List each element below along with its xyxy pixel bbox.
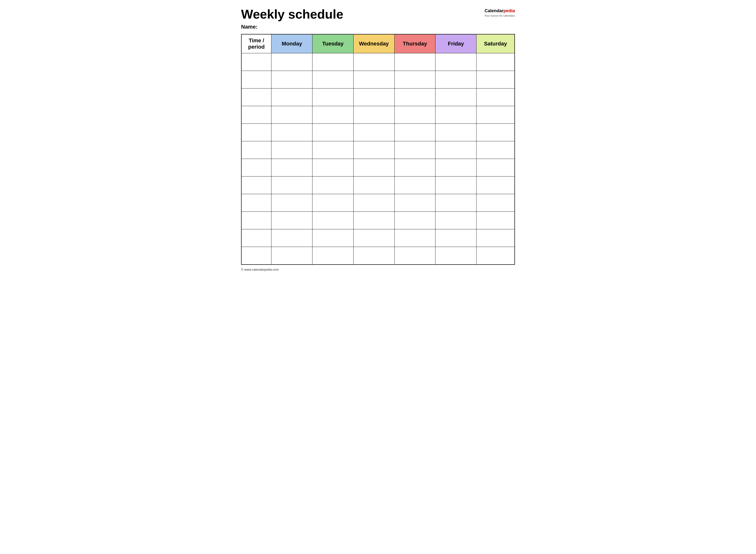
table-cell[interactable]: [271, 106, 313, 124]
table-cell[interactable]: [435, 124, 477, 141]
table-cell[interactable]: [353, 194, 394, 212]
table-row: [241, 141, 515, 159]
table-cell[interactable]: [435, 176, 477, 194]
page-title: Weekly schedule: [241, 7, 484, 21]
table-cell[interactable]: [271, 89, 313, 106]
table-cell[interactable]: [353, 229, 394, 247]
table-cell[interactable]: [476, 176, 515, 194]
table-cell[interactable]: [476, 247, 515, 265]
table-cell[interactable]: [476, 89, 515, 106]
table-cell[interactable]: [271, 124, 313, 141]
table-cell[interactable]: [394, 124, 435, 141]
table-cell[interactable]: [241, 229, 271, 247]
table-cell[interactable]: [435, 159, 477, 176]
table-cell[interactable]: [353, 89, 394, 106]
table-cell[interactable]: [435, 106, 477, 124]
table-cell[interactable]: [353, 106, 394, 124]
table-cell[interactable]: [241, 124, 271, 141]
table-cell[interactable]: [394, 176, 435, 194]
col-header-thursday: Thursday: [394, 34, 435, 53]
table-cell[interactable]: [271, 212, 313, 229]
table-cell[interactable]: [241, 176, 271, 194]
table-cell[interactable]: [271, 71, 313, 89]
table-row: [241, 124, 515, 141]
table-cell[interactable]: [313, 89, 354, 106]
table-cell[interactable]: [241, 141, 271, 159]
table-cell[interactable]: [271, 141, 313, 159]
table-cell[interactable]: [435, 194, 477, 212]
table-cell[interactable]: [476, 194, 515, 212]
table-cell[interactable]: [313, 176, 354, 194]
table-cell[interactable]: [476, 212, 515, 229]
table-cell[interactable]: [394, 194, 435, 212]
table-cell[interactable]: [394, 89, 435, 106]
table-cell[interactable]: [313, 71, 354, 89]
table-cell[interactable]: [313, 53, 354, 71]
table-cell[interactable]: [241, 159, 271, 176]
table-cell[interactable]: [271, 247, 313, 265]
table-cell[interactable]: [313, 106, 354, 124]
table-cell[interactable]: [313, 229, 354, 247]
table-row: [241, 194, 515, 212]
table-cell[interactable]: [313, 159, 354, 176]
col-header-tuesday: Tuesday: [313, 34, 354, 53]
table-cell[interactable]: [313, 141, 354, 159]
table-cell[interactable]: [271, 159, 313, 176]
footer: © www.calendarpedia.com: [241, 268, 515, 271]
table-cell[interactable]: [435, 71, 477, 89]
table-cell[interactable]: [435, 229, 477, 247]
table-cell[interactable]: [476, 159, 515, 176]
table-cell[interactable]: [271, 53, 313, 71]
table-cell[interactable]: [435, 247, 477, 265]
table-cell[interactable]: [476, 53, 515, 71]
table-cell[interactable]: [394, 159, 435, 176]
table-cell[interactable]: [241, 71, 271, 89]
table-cell[interactable]: [353, 53, 394, 71]
col-header-wednesday: Wednesday: [353, 34, 394, 53]
footer-url: © www.calendarpedia.com: [241, 268, 279, 271]
table-cell[interactable]: [313, 212, 354, 229]
table-cell[interactable]: [241, 89, 271, 106]
table-cell[interactable]: [353, 124, 394, 141]
logo-calendar: Calendar: [485, 8, 503, 13]
table-cell[interactable]: [271, 176, 313, 194]
table-cell[interactable]: [241, 53, 271, 71]
table-cell[interactable]: [241, 212, 271, 229]
table-cell[interactable]: [241, 106, 271, 124]
table-cell[interactable]: [394, 247, 435, 265]
table-cell[interactable]: [313, 124, 354, 141]
table-cell[interactable]: [435, 212, 477, 229]
table-cell[interactable]: [241, 247, 271, 265]
col-header-friday: Friday: [435, 34, 477, 53]
table-cell[interactable]: [476, 71, 515, 89]
table-cell[interactable]: [353, 247, 394, 265]
table-row: [241, 159, 515, 176]
header-row: Time / period Monday Tuesday Wednesday T…: [241, 34, 515, 53]
table-cell[interactable]: [435, 89, 477, 106]
table-cell[interactable]: [476, 141, 515, 159]
table-cell[interactable]: [353, 71, 394, 89]
table-cell[interactable]: [271, 194, 313, 212]
title-section: Weekly schedule: [241, 7, 484, 21]
logo-section: Calendarpedia Your source for calendars: [484, 7, 515, 17]
name-label: Name:: [241, 24, 258, 30]
table-cell[interactable]: [353, 141, 394, 159]
table-cell[interactable]: [241, 194, 271, 212]
table-cell[interactable]: [394, 141, 435, 159]
table-cell[interactable]: [353, 159, 394, 176]
table-cell[interactable]: [394, 229, 435, 247]
table-cell[interactable]: [435, 53, 477, 71]
table-cell[interactable]: [313, 194, 354, 212]
table-cell[interactable]: [394, 106, 435, 124]
table-cell[interactable]: [394, 212, 435, 229]
table-cell[interactable]: [313, 247, 354, 265]
table-cell[interactable]: [353, 176, 394, 194]
table-cell[interactable]: [271, 229, 313, 247]
table-cell[interactable]: [394, 53, 435, 71]
table-cell[interactable]: [476, 229, 515, 247]
table-cell[interactable]: [476, 124, 515, 141]
table-cell[interactable]: [435, 141, 477, 159]
table-cell[interactable]: [394, 71, 435, 89]
table-cell[interactable]: [476, 106, 515, 124]
table-cell[interactable]: [353, 212, 394, 229]
